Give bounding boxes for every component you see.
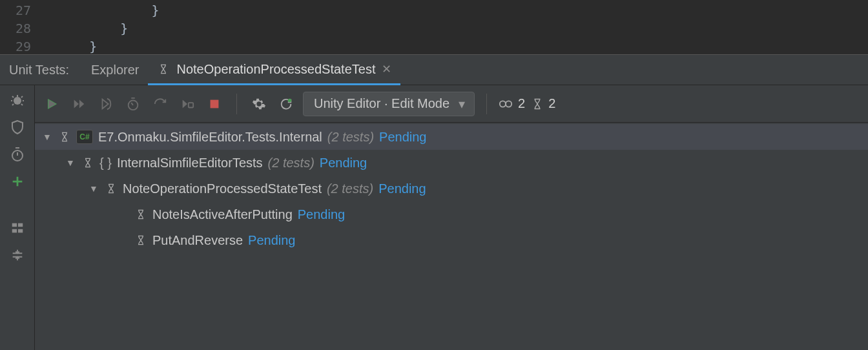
- node-name: PutAndReverse: [152, 233, 243, 248]
- hourglass-icon: [134, 209, 147, 220]
- status-label: Pending: [378, 181, 426, 196]
- close-icon[interactable]: ✕: [382, 62, 391, 76]
- side-rail: [0, 85, 35, 350]
- collapse-icon[interactable]: [9, 247, 26, 263]
- hourglass-icon: [134, 235, 147, 245]
- tree-row-namespace[interactable]: ▼ { } InternalSimfileEditorTests (2 test…: [35, 150, 868, 176]
- node-name: NoteIsActiveAfterPutting: [152, 207, 293, 222]
- refresh-button[interactable]: [276, 94, 296, 114]
- tree-row-assembly[interactable]: ▼ C# E7.Onmaku.SimfileEditor.Tests.Inter…: [35, 124, 868, 150]
- test-count: (2 tests): [327, 130, 374, 145]
- separator: [486, 94, 487, 114]
- hourglass-icon: [58, 132, 71, 142]
- tab-label: Explorer: [91, 63, 139, 77]
- code-area[interactable]: } } }: [40, 1, 868, 54]
- stat-value: 2: [518, 96, 525, 111]
- stopwatch-icon[interactable]: [9, 146, 26, 163]
- panel-title: Unit Tests:: [5, 55, 82, 85]
- run-button[interactable]: [41, 94, 62, 114]
- chevron-down-icon: ▾: [459, 96, 465, 112]
- profile-button[interactable]: [123, 94, 143, 114]
- tab-active-session[interactable]: NoteOperationProcessedStateTest ✕: [148, 56, 400, 85]
- hourglass-icon: [157, 64, 170, 74]
- unit-tests-panel: Unity Editor · Edit Mode ▾ 2 2 ▼ C# E7.: [0, 85, 868, 350]
- run-config-dropdown[interactable]: Unity Editor · Edit Mode ▾: [303, 92, 475, 116]
- tool-window-tabs: Unit Tests: Explorer NoteOperationProces…: [0, 54, 868, 85]
- status-label: Pending: [298, 207, 345, 222]
- coverage-button[interactable]: [96, 94, 116, 114]
- line-gutter: 27 28 29: [0, 1, 40, 54]
- namespace-icon: { }: [99, 156, 112, 170]
- repeat-button[interactable]: [150, 94, 170, 114]
- node-name: E7.Onmaku.SimfileEditor.Tests.Internal: [98, 130, 322, 145]
- stop-button[interactable]: [204, 94, 225, 114]
- svg-point-9: [288, 98, 292, 102]
- svg-rect-3: [17, 223, 22, 227]
- hourglass-icon: [81, 158, 94, 168]
- node-name: InternalSimfileEditorTests: [117, 156, 263, 170]
- settings-button[interactable]: [249, 94, 269, 114]
- svg-point-10: [500, 101, 506, 107]
- debug-button[interactable]: [177, 94, 198, 114]
- pending-tests-stat[interactable]: 2: [532, 96, 555, 111]
- svg-rect-5: [17, 229, 22, 233]
- separator: [236, 94, 237, 114]
- csharp-badge-icon: C#: [76, 130, 93, 144]
- line-number: 29: [0, 37, 31, 56]
- expand-toggle[interactable]: ▼: [41, 132, 53, 142]
- svg-rect-7: [189, 103, 193, 107]
- svg-point-0: [14, 97, 21, 105]
- editor-area: 27 28 29 } } }: [0, 0, 868, 54]
- test-count: (2 tests): [268, 156, 315, 170]
- test-tree: ▼ C# E7.Onmaku.SimfileEditor.Tests.Inter…: [35, 123, 868, 350]
- run-double-button[interactable]: [68, 94, 89, 114]
- add-icon[interactable]: [9, 173, 26, 190]
- svg-rect-4: [12, 229, 16, 233]
- stat-value: 2: [548, 96, 555, 111]
- svg-rect-8: [211, 99, 219, 108]
- svg-rect-2: [12, 223, 16, 227]
- shield-icon[interactable]: [9, 119, 26, 136]
- hourglass-icon: [105, 183, 118, 194]
- test-toolbar: Unity Editor · Edit Mode ▾ 2 2: [35, 85, 868, 123]
- expand-toggle[interactable]: ▼: [88, 183, 99, 194]
- tab-explorer[interactable]: Explorer: [82, 55, 148, 85]
- panel-content: Unity Editor · Edit Mode ▾ 2 2 ▼ C# E7.: [35, 85, 868, 350]
- status-label: Pending: [248, 233, 295, 248]
- svg-point-6: [129, 100, 138, 110]
- tab-label: NoteOperationProcessedStateTest: [176, 62, 375, 77]
- svg-point-11: [506, 101, 512, 107]
- line-number: 28: [0, 19, 31, 37]
- tree-row-class[interactable]: ▼ NoteOperationProcessedStateTest (2 tes…: [35, 176, 868, 201]
- dropdown-label: Unity Editor · Edit Mode: [314, 96, 450, 111]
- status-label: Pending: [379, 130, 426, 145]
- layout-icon[interactable]: [9, 220, 26, 236]
- line-number: 27: [0, 1, 31, 19]
- expand-toggle[interactable]: ▼: [65, 158, 76, 168]
- broken-tests-stat[interactable]: 2: [499, 96, 525, 111]
- tree-row-test[interactable]: PutAndReverse Pending: [35, 227, 868, 253]
- tree-row-test[interactable]: NoteIsActiveAfterPutting Pending: [35, 201, 868, 227]
- bug-icon[interactable]: [9, 92, 26, 108]
- test-count: (2 tests): [327, 181, 373, 196]
- status-label: Pending: [320, 156, 367, 170]
- node-name: NoteOperationProcessedStateTest: [123, 181, 322, 196]
